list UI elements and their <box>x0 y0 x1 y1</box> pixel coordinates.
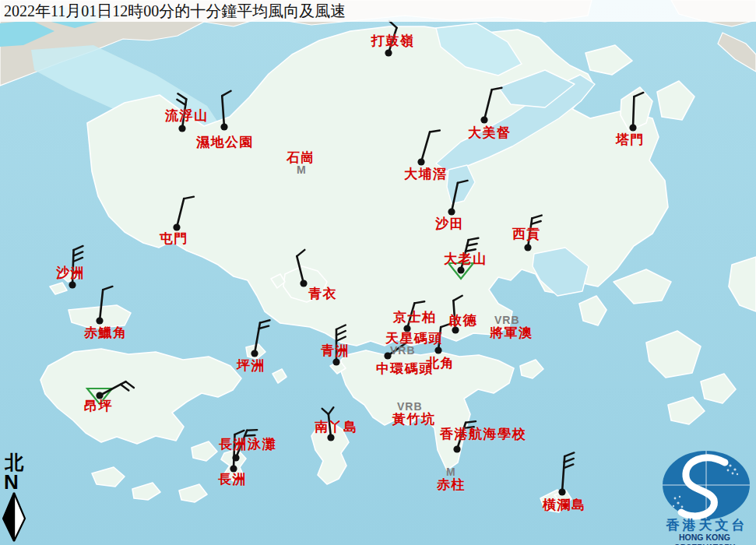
station-label: 屯門 <box>160 232 188 246</box>
station-dot <box>417 158 424 165</box>
wind-barb-shaft <box>222 96 224 127</box>
wind-barb-tick <box>244 435 255 436</box>
wind-map: 2022年11月01日12時00分的十分鐘平均風向及風速 北 N 香港天文台 H… <box>0 0 756 545</box>
station-濕地公園 <box>220 91 230 131</box>
station-label: 天星碼頭 <box>385 332 443 346</box>
wind-barb-tick <box>466 421 476 423</box>
wind-barb-tick <box>336 337 346 341</box>
station-label: 赤柱 <box>437 478 466 492</box>
station-橫瀾島 <box>558 452 574 495</box>
station-label: 流浮山 <box>165 109 209 123</box>
station-label: 昂坪 <box>84 399 113 413</box>
wind-barb-tick <box>492 88 502 90</box>
station-label: 京士柏 <box>393 311 437 325</box>
station-dot <box>220 123 227 130</box>
wind-barb-shaft <box>255 323 260 353</box>
wind-barb-tick <box>73 251 83 255</box>
station-屯門 <box>173 197 194 231</box>
wind-barb-tick <box>74 246 83 250</box>
station-label: 大埔滘 <box>404 167 448 181</box>
wind-barb-tick <box>126 382 134 388</box>
wind-barb-tick <box>121 385 128 391</box>
station-dot <box>332 358 339 365</box>
station-dot <box>524 244 531 251</box>
station-label: 中環碼頭 <box>376 362 434 376</box>
station-label: 長洲泳灘 <box>219 438 276 452</box>
variable-wind-indicator: VRB <box>494 315 520 325</box>
station-坪洲 <box>251 320 269 357</box>
wind-barb-tick <box>458 181 468 183</box>
wind-barb-tick <box>178 93 186 99</box>
wind-barb-tick <box>531 221 540 224</box>
station-label: 大美督 <box>468 126 512 140</box>
wind-barb-tick <box>336 331 346 335</box>
station-dot <box>178 125 185 132</box>
station-dot <box>453 445 460 452</box>
wind-barb-tick <box>564 452 574 456</box>
station-dot <box>448 208 455 215</box>
wind-barb-tick <box>467 244 477 245</box>
variable-wind-indicator: VRB <box>397 401 423 412</box>
hko-logo-english: HONG KONG OBSERVATORY <box>651 533 756 545</box>
compass: 北 N <box>2 453 29 542</box>
station-dot <box>385 49 392 56</box>
wind-barb-shaft <box>421 132 430 162</box>
station-dot <box>251 350 258 357</box>
wind-barb-tick <box>235 431 244 434</box>
wind-barb-tick <box>414 301 424 303</box>
wind-barb-shaft <box>633 97 634 128</box>
station-label: 西貢 <box>512 227 541 241</box>
station-label: 黃竹坑 <box>392 413 436 427</box>
station-label: 打鼓嶺 <box>371 34 415 48</box>
station-大埔滘 <box>417 131 439 166</box>
station-青衣 <box>297 250 307 287</box>
wind-barb-tick <box>336 325 346 329</box>
station-dot <box>558 488 565 495</box>
station-label: 啟德 <box>448 314 477 328</box>
station-label: 香港航海學校 <box>440 427 526 441</box>
wind-barb-tick <box>564 464 573 468</box>
wind-barb-tick <box>329 407 333 414</box>
wind-barb-shaft <box>100 290 103 321</box>
station-label: 大老山 <box>444 252 487 266</box>
wind-barb-tick <box>430 131 440 132</box>
wind-barb-tick <box>532 216 541 219</box>
station-label: 石崗 <box>287 151 315 165</box>
station-label: 塔門 <box>616 133 645 147</box>
wind-barb-tick <box>184 197 194 199</box>
station-label: 赤鱲角 <box>84 326 128 340</box>
station-赤鱲角 <box>96 287 112 325</box>
station-label: 橫瀾島 <box>543 498 586 512</box>
wind-barb-shaft <box>177 199 184 227</box>
missing-data-indicator: M <box>297 164 307 175</box>
station-dot <box>480 116 487 123</box>
missing-data-indicator: M <box>446 466 456 477</box>
wind-barb-tick <box>73 258 83 262</box>
wind-barb-tick <box>222 91 230 96</box>
station-塔門 <box>629 93 643 132</box>
station-dot <box>96 317 103 324</box>
map-title: 2022年11月01日12時00分的十分鐘平均風向及風速 <box>0 0 756 22</box>
station-dot <box>69 281 76 288</box>
station-dot <box>173 223 180 230</box>
station-dot <box>300 280 307 287</box>
hko-logo-icon <box>656 448 756 523</box>
wind-barb-shaft <box>452 183 458 212</box>
station-label: 南丫島 <box>315 420 358 434</box>
wind-barb-tick <box>564 459 574 462</box>
wind-barb-tick <box>469 238 479 240</box>
station-dot <box>434 346 441 353</box>
station-label: 濕地公園 <box>196 135 254 149</box>
station-dot <box>327 434 334 441</box>
wind-barb-tick <box>247 430 257 431</box>
station-label: 將軍澳 <box>490 326 533 340</box>
station-label: 青洲 <box>321 344 350 358</box>
wind-barb-tick <box>389 21 397 28</box>
station-大美督 <box>480 88 501 124</box>
hko-logo-chinese: 香港天文台 <box>659 519 755 532</box>
wind-barb-tick <box>297 250 304 256</box>
station-沙田 <box>448 181 467 216</box>
station-label: 沙田 <box>435 217 464 231</box>
wind-barb-tick <box>177 100 185 105</box>
wind-barb-tick <box>322 409 329 414</box>
